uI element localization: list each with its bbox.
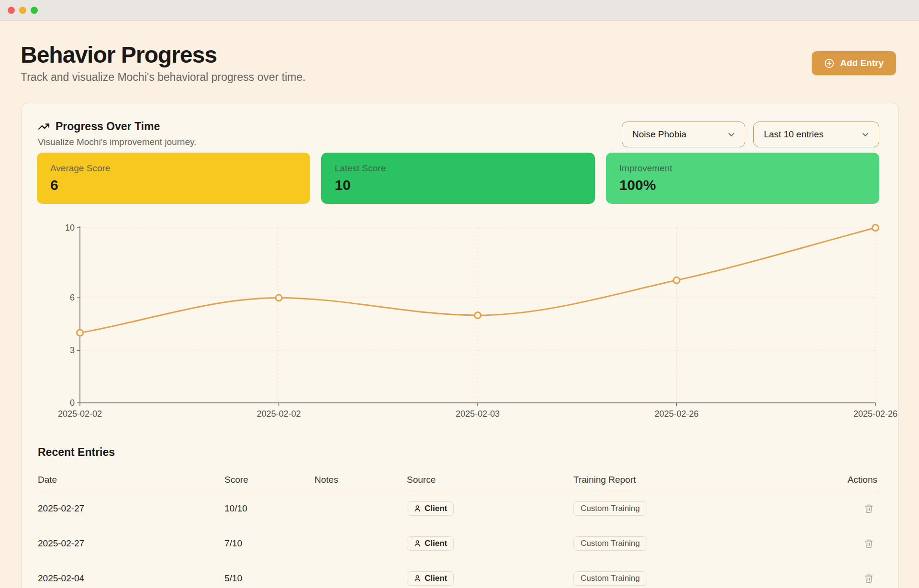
trending-up-icon: [38, 121, 50, 133]
trash-icon: [864, 504, 874, 513]
progress-panel: Progress Over Time Visualize Mochi's imp…: [21, 103, 899, 588]
window-titlebar: [0, 0, 919, 21]
column-date: Date: [38, 475, 224, 485]
stat-label: Average Score: [50, 163, 297, 174]
improvement-card: Improvement 100%: [606, 153, 879, 204]
person-icon: [414, 575, 421, 582]
stat-label: Latest Score: [335, 163, 581, 174]
page-subtitle: Track and visualize Mochi's behavioral p…: [21, 71, 305, 83]
table-header: Date Score Notes Source Training Report …: [38, 469, 879, 491]
table-body: 2025-02-2710/10ClientCustom Training2025…: [38, 491, 879, 588]
page-title: Behavior Progress: [21, 42, 217, 68]
stat-value: 100%: [619, 177, 866, 193]
recent-entries-title: Recent Entries: [38, 445, 879, 459]
table-row: 2025-02-045/10ClientCustom Training: [38, 561, 879, 588]
data-point[interactable]: [276, 295, 282, 301]
stat-label: Improvement: [619, 163, 866, 174]
delete-entry-button[interactable]: [862, 537, 875, 550]
column-score: Score: [224, 475, 314, 485]
trash-icon: [864, 539, 874, 548]
average-score-card: Average Score 6: [37, 153, 310, 204]
plus-circle-icon: [824, 58, 834, 68]
data-point[interactable]: [475, 312, 481, 319]
panel-subtitle: Visualize Mochi's improvement journey.: [38, 136, 196, 148]
person-icon: [414, 505, 421, 512]
behavior-select-value: Noise Phobia: [632, 129, 686, 140]
entries-range-select-value: Last 10 entries: [764, 129, 824, 140]
panel-title: Progress Over Time: [56, 119, 160, 133]
table-row: 2025-02-2710/10ClientCustom Training: [38, 491, 879, 526]
latest-score-card: Latest Score 10: [321, 153, 594, 204]
svg-text:3: 3: [70, 345, 75, 355]
chevron-down-icon: [727, 130, 736, 139]
add-entry-button[interactable]: Add Entry: [812, 51, 896, 75]
data-point[interactable]: [673, 277, 680, 283]
entry-score: 5/10: [224, 573, 314, 584]
svg-text:2025-02-03: 2025-02-03: [456, 409, 500, 419]
person-icon: [414, 540, 421, 547]
close-window-icon[interactable]: [8, 7, 15, 14]
svg-text:10: 10: [65, 223, 75, 233]
data-point[interactable]: [77, 330, 83, 336]
data-point[interactable]: [873, 225, 879, 231]
column-training-report: Training Report: [573, 475, 822, 485]
entry-date: 2025-02-27: [38, 538, 224, 549]
source-badge: Client: [407, 536, 454, 551]
table-row: 2025-02-277/10ClientCustom Training: [38, 526, 879, 561]
stat-value: 6: [50, 177, 297, 193]
trash-icon: [864, 574, 874, 583]
zoom-window-icon[interactable]: [31, 7, 38, 14]
svg-text:2025-02-26: 2025-02-26: [654, 409, 698, 419]
column-actions: Actions: [822, 475, 879, 485]
training-report-badge[interactable]: Custom Training: [573, 571, 647, 586]
source-badge: Client: [407, 501, 454, 516]
column-notes: Notes: [314, 475, 407, 485]
progress-line-chart: 036102025-02-022025-02-022025-02-032025-…: [22, 211, 899, 431]
chart-filters: Noise Phobia Last 10 entries: [622, 122, 879, 147]
source-badge: Client: [407, 571, 454, 586]
entries-range-select[interactable]: Last 10 entries: [753, 122, 879, 147]
minimize-window-icon[interactable]: [19, 7, 26, 14]
chevron-down-icon: [861, 130, 870, 139]
behavior-select[interactable]: Noise Phobia: [622, 122, 745, 147]
svg-text:2025-02-26: 2025-02-26: [853, 409, 897, 419]
entry-score: 7/10: [224, 538, 314, 549]
training-report-badge[interactable]: Custom Training: [573, 536, 647, 551]
svg-text:2025-02-02: 2025-02-02: [58, 409, 102, 419]
delete-entry-button[interactable]: [862, 572, 875, 585]
stat-value: 10: [335, 177, 581, 193]
traffic-lights: [8, 7, 38, 14]
stat-cards: Average Score 6 Latest Score 10 Improvem…: [37, 153, 879, 204]
entry-score: 10/10: [224, 503, 314, 514]
entry-date: 2025-02-27: [38, 503, 224, 514]
training-report-badge[interactable]: Custom Training: [573, 501, 647, 516]
panel-header: Progress Over Time Visualize Mochi's imp…: [38, 119, 196, 148]
column-source: Source: [407, 475, 573, 485]
svg-text:0: 0: [70, 398, 75, 408]
svg-text:2025-02-02: 2025-02-02: [257, 409, 301, 419]
add-entry-label: Add Entry: [840, 58, 884, 68]
delete-entry-button[interactable]: [862, 502, 875, 515]
svg-text:6: 6: [70, 293, 75, 302]
entry-date: 2025-02-04: [38, 573, 224, 584]
recent-entries-section: Recent Entries Date Score Notes Source T…: [38, 445, 879, 588]
